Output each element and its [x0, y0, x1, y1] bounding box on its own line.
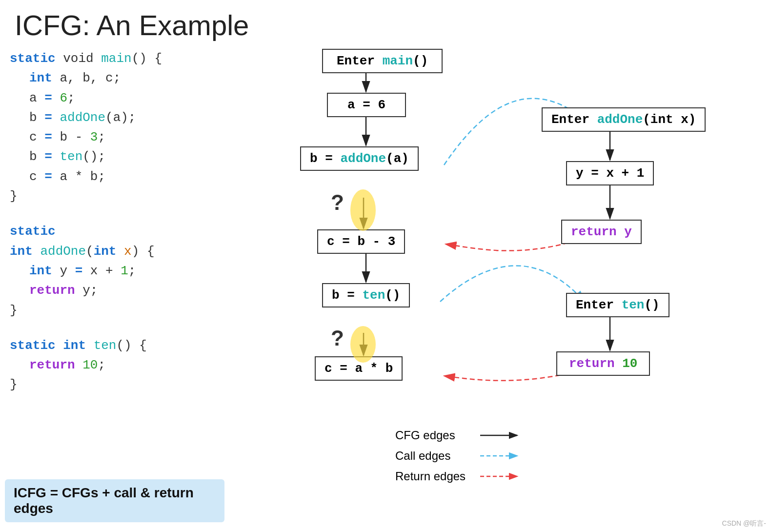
- code-line: return 10;: [10, 355, 220, 375]
- code-line: int addOne(int x) {: [10, 242, 220, 261]
- code-line: b = ten();: [10, 147, 220, 166]
- question-mark-1: ?: [331, 190, 344, 215]
- code-line: static void main() {: [10, 49, 220, 68]
- code-line: }: [10, 301, 220, 320]
- yellow-oval-1: [350, 189, 376, 231]
- legend-return: Return edges: [395, 470, 522, 483]
- code-line: c = b - 3;: [10, 127, 220, 147]
- graph-area: Enter main() a = 6 b = addOne(a) ? c = b…: [220, 34, 761, 498]
- node-return-10: return 10: [556, 351, 650, 376]
- code-block-ten: static int ten() { return 10; }: [10, 336, 220, 395]
- code-line: c = a * b;: [10, 167, 220, 186]
- legend-cfg-label: CFG edges: [395, 429, 478, 442]
- code-line: int a, b, c;: [10, 68, 220, 88]
- node-return-y: return y: [561, 220, 642, 244]
- page-title: ICFG: An Example: [15, 9, 249, 41]
- legend-call-arrow: [478, 451, 522, 461]
- node-enter-addone: Enter addOne(int x): [542, 107, 706, 132]
- code-line: int y = x + 1;: [10, 261, 220, 281]
- code-line: static: [10, 222, 220, 241]
- watermark: CSDN @听言-: [722, 519, 766, 528]
- code-block-addone: static int addOne(int x) { int y = x + 1…: [10, 222, 220, 320]
- code-line: }: [10, 375, 220, 394]
- icfg-banner: ICFG = CFGs + call & return edges: [5, 479, 224, 522]
- node-y-x1: y = x + 1: [566, 161, 654, 185]
- node-enter-main: Enter main(): [322, 49, 443, 73]
- code-line: a = 6;: [10, 88, 220, 108]
- legend-return-label: Return edges: [395, 470, 478, 483]
- code-line: b = addOne(a);: [10, 108, 220, 127]
- question-mark-2: ?: [331, 326, 344, 350]
- code-line: }: [10, 186, 220, 206]
- code-line: return y;: [10, 281, 220, 300]
- code-panel: static void main() { int a, b, c; a = 6;…: [10, 49, 220, 395]
- code-block-main: static void main() { int a, b, c; a = 6;…: [10, 49, 220, 206]
- legend-call-label: Call edges: [395, 449, 478, 463]
- node-b-ten: b = ten(): [322, 283, 410, 307]
- legend-return-arrow: [478, 471, 522, 481]
- yellow-oval-2: [350, 326, 376, 363]
- code-line: static int ten() {: [10, 336, 220, 355]
- legend-call: Call edges: [395, 449, 522, 463]
- node-enter-ten: Enter ten(): [566, 293, 669, 317]
- node-c-b3: c = b - 3: [317, 229, 405, 254]
- legend: CFG edges Call edges: [395, 429, 522, 483]
- node-a6: a = 6: [327, 93, 406, 117]
- legend-cfg-arrow: [478, 430, 522, 440]
- legend-cfg: CFG edges: [395, 429, 522, 442]
- node-b-addone: b = addOne(a): [300, 146, 419, 171]
